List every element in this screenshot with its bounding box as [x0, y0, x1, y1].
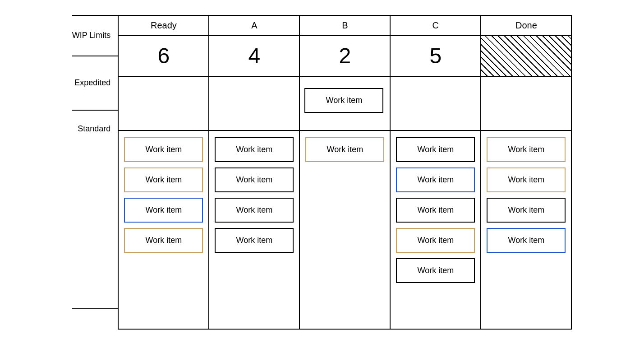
wip-ready: 6 — [118, 36, 209, 76]
work-item[interactable]: Work item — [215, 228, 294, 253]
wip-b: 2 — [299, 36, 390, 76]
standard-ready: Work item Work item Work item Work item — [118, 130, 209, 329]
expedited-done — [481, 76, 571, 130]
work-item[interactable]: Work item — [487, 228, 566, 253]
standard-label: Standard — [72, 111, 118, 309]
work-item[interactable]: Work item — [487, 198, 566, 223]
wip-limits-label: WIP Limits — [72, 16, 118, 56]
work-item[interactable]: Work item — [396, 167, 475, 192]
kanban-board: WIP Limits Expedited Standard Ready A B — [72, 15, 572, 330]
work-item[interactable]: Work item — [305, 137, 384, 162]
wip-done — [481, 36, 571, 76]
expedited-ready — [118, 76, 209, 130]
work-item[interactable]: Work item — [396, 137, 475, 162]
wip-a: 4 — [209, 36, 299, 76]
work-item[interactable]: Work item — [396, 258, 475, 283]
expedited-a — [209, 76, 299, 130]
work-item[interactable]: Work item — [124, 198, 203, 223]
work-item[interactable]: Work item — [396, 228, 475, 253]
standard-row: Work item Work item Work item Work item … — [118, 130, 571, 329]
wip-c: 5 — [390, 36, 481, 76]
work-item[interactable]: Work item — [124, 137, 203, 162]
standard-done: Work item Work item Work item Work item — [481, 130, 571, 329]
work-item[interactable]: Work item — [487, 137, 566, 162]
expedited-row: Work item — [118, 76, 571, 130]
expedited-label: Expedited — [72, 56, 118, 111]
work-item[interactable]: Work item — [124, 167, 203, 192]
work-item[interactable]: Work item — [487, 167, 566, 192]
standard-b: Work item — [299, 130, 390, 329]
work-item[interactable]: Work item — [215, 198, 294, 223]
work-item[interactable]: Work item — [304, 88, 383, 113]
col-header-ready: Ready — [118, 15, 209, 36]
expedited-c — [390, 76, 481, 130]
work-item[interactable]: Work item — [215, 137, 294, 162]
kanban-table: Ready A B C Done 6 — [118, 15, 572, 330]
standard-c: Work item Work item Work item Work item … — [390, 130, 481, 329]
standard-a: Work item Work item Work item Work item — [209, 130, 299, 329]
work-item[interactable]: Work item — [124, 228, 203, 253]
wip-row: 6 4 2 5 — [118, 36, 571, 76]
expedited-b: Work item — [299, 76, 390, 130]
col-header-done: Done — [481, 15, 571, 36]
row-labels: WIP Limits Expedited Standard — [72, 15, 118, 330]
work-item[interactable]: Work item — [396, 198, 475, 223]
work-item[interactable]: Work item — [215, 167, 294, 192]
col-header-b: B — [299, 15, 390, 36]
col-header-a: A — [209, 15, 299, 36]
col-header-c: C — [390, 15, 481, 36]
